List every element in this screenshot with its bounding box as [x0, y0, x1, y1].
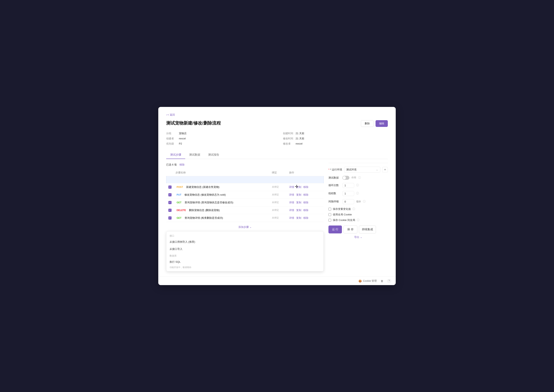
- table-row: ✓ GET 查询宠物详情 (检查删除是否成功) 未绑定 详情 复制: [166, 214, 324, 222]
- detail-link-3[interactable]: 详情: [289, 209, 294, 212]
- checkbox-save-cookie-row: 保存 Cookie 到全局 ⓘ: [328, 218, 388, 222]
- detail-link-1[interactable]: 详情: [289, 193, 294, 196]
- row-actions: 详情 复制 移除: [287, 214, 324, 222]
- interval-row: 间隔停顿 毫秒 ⓘ: [328, 199, 388, 204]
- col-binding: 绑定: [270, 169, 287, 176]
- save-cookie-help-icon[interactable]: ⓘ: [357, 218, 360, 222]
- detail-link-4[interactable]: 详情: [289, 216, 294, 220]
- remove-link-2[interactable]: 移除: [303, 201, 308, 204]
- copy-link-0[interactable]: 复制: [296, 185, 301, 189]
- method-badge-put: PUT: [175, 193, 183, 196]
- cookie-management-button[interactable]: 🍪 Cookie 管理: [359, 279, 377, 283]
- checkbox-save-cookie[interactable]: [328, 219, 331, 222]
- export-link[interactable]: 导出 ⌄: [328, 235, 388, 239]
- dropdown-sql[interactable]: 执行 SQL: [166, 258, 324, 266]
- drag-placeholder-row: [166, 176, 324, 183]
- env-menu-button[interactable]: ≡: [382, 167, 388, 172]
- row-checkbox-cell[interactable]: ✓: [166, 199, 173, 206]
- step-name-text: 删除宠物信息 (删除该宠物): [189, 209, 220, 212]
- thread-label: 线程数: [328, 192, 340, 195]
- row-step-name: GET 查询宠物详情 (查询宠物状态是否修改成功): [173, 199, 270, 206]
- row-checkbox[interactable]: ✓: [168, 201, 172, 204]
- row-step-name: POST 新建宠物信息 (新建在售宠物): [173, 183, 270, 191]
- dropdown-sql-sub: 功能开发中，敬请期待: [166, 266, 324, 270]
- detail-link-2[interactable]: 详情: [289, 201, 294, 204]
- footer-bar: 🍪 Cookie 管理 🗑 ?: [158, 277, 396, 285]
- dropdown-section-api: 接口: [166, 233, 324, 238]
- selected-count: 已选 6 项: [166, 163, 177, 167]
- meta-modified-time: 修改时间 21 天前: [283, 137, 388, 140]
- env-select[interactable]: 测试环境 ⌄: [344, 167, 380, 173]
- row-checkbox-cell[interactable]: ✓: [166, 214, 173, 222]
- env-label: * * 运行环境: [328, 168, 342, 171]
- action-buttons: 运 行 保 存 持续集成: [328, 225, 388, 233]
- save-button[interactable]: 保 存: [344, 225, 357, 233]
- loop-help-icon[interactable]: ⓘ: [356, 183, 359, 187]
- run-button[interactable]: 运 行: [328, 225, 342, 233]
- meta-modifier: 修改者 rexcel: [283, 142, 388, 146]
- checkbox-global-cookie[interactable]: [328, 213, 331, 216]
- row-checkbox-cell[interactable]: ✓: [166, 183, 173, 191]
- remove-link-0[interactable]: 移除: [303, 185, 308, 189]
- copy-link-4[interactable]: 复制: [296, 216, 301, 220]
- back-link[interactable]: ‹ < 返回: [166, 113, 175, 117]
- add-step-button[interactable]: 添加步骤 ⌄: [238, 225, 252, 229]
- chevron-down-icon: ⌄: [376, 168, 378, 171]
- edit-button[interactable]: 编辑: [375, 120, 388, 127]
- test-data-label: 测试数据: [328, 176, 340, 180]
- loop-input[interactable]: [342, 183, 354, 188]
- save-var-help-icon[interactable]: ⓘ: [352, 207, 355, 211]
- step-name-text: 查询宠物详情 (查询宠物状态是否修改成功): [185, 201, 233, 204]
- remove-link-3[interactable]: 移除: [303, 209, 308, 212]
- remove-link-1[interactable]: 移除: [303, 193, 308, 196]
- col-step-name: 步骤名称: [173, 169, 270, 176]
- row-checkbox[interactable]: ✓: [168, 186, 172, 189]
- table-row: ✓ POST 新建宠物信息 (新建在售宠物) 未绑定 详情 复制: [166, 183, 324, 191]
- interval-input[interactable]: [342, 199, 354, 204]
- method-badge-delete: DELETE: [175, 209, 187, 212]
- action-links: 详情 复制 移除: [289, 209, 321, 212]
- checkbox-save-var[interactable]: [328, 208, 331, 210]
- detail-link-0[interactable]: 详情: [289, 185, 294, 189]
- copy-link-1[interactable]: 复制: [296, 193, 301, 196]
- row-checkbox[interactable]: ✓: [168, 209, 172, 212]
- checkbox-global-cookie-label: 使用全局 Cookie: [333, 213, 352, 216]
- meta-priority: 优先级 P2: [166, 142, 271, 146]
- step-name-text: 修改宠物信息 (修改宠物状态为 sold): [184, 193, 226, 196]
- dropdown-import-api[interactable]: 从接口导入: [166, 245, 324, 253]
- table-row: ✓ DELETE 删除宠物信息 (删除该宠物) 未绑定 详情 复制: [166, 206, 324, 214]
- delete-button[interactable]: 删除: [361, 120, 374, 127]
- row-checkbox[interactable]: ✓: [168, 193, 172, 196]
- remove-link-4[interactable]: 移除: [303, 216, 308, 220]
- remove-selected-button[interactable]: 移除: [180, 163, 185, 167]
- test-data-row: 测试数据 停用 ⓘ: [328, 176, 388, 180]
- action-links: 详情 复制 移除: [289, 201, 321, 204]
- action-links: 详情 复制 移除: [289, 216, 321, 220]
- row-checkbox[interactable]: ✓: [168, 216, 172, 220]
- dropdown-import-example[interactable]: 从接口用例导入 (推荐): [166, 238, 324, 245]
- step-name-text: 新建宠物信息 (新建在售宠物): [186, 186, 219, 189]
- ci-button[interactable]: 持续集成: [359, 225, 376, 233]
- test-data-help-icon[interactable]: ⓘ: [358, 176, 361, 180]
- env-row: * * 运行环境 测试环境 ⌄ ≡: [328, 167, 388, 173]
- row-binding: 未绑定: [270, 191, 287, 199]
- test-data-toggle[interactable]: [342, 176, 349, 180]
- help-button[interactable]: ?: [387, 279, 391, 283]
- interval-label: 间隔停顿: [328, 200, 340, 203]
- cookie-icon: 🍪: [359, 280, 362, 282]
- interval-help-icon[interactable]: ⓘ: [363, 200, 366, 203]
- row-checkbox-cell[interactable]: ✓: [166, 206, 173, 214]
- copy-link-3[interactable]: 复制: [296, 209, 301, 212]
- trash-button[interactable]: 🗑: [381, 280, 383, 282]
- row-binding: 未绑定: [270, 206, 287, 214]
- row-checkbox-cell[interactable]: ✓: [166, 191, 173, 199]
- thread-input[interactable]: [342, 191, 354, 196]
- method-badge-post: POST: [175, 185, 184, 189]
- tab-steps[interactable]: 测试步骤: [166, 151, 185, 159]
- toggle-knob: [343, 176, 346, 179]
- tab-data[interactable]: 测试数据: [185, 151, 204, 159]
- copy-link-2[interactable]: 复制: [296, 201, 301, 204]
- row-step-name: DELETE 删除宠物信息 (删除该宠物): [173, 206, 270, 214]
- tab-report[interactable]: 测试报告: [204, 151, 223, 159]
- thread-help-icon[interactable]: ⓘ: [356, 192, 359, 195]
